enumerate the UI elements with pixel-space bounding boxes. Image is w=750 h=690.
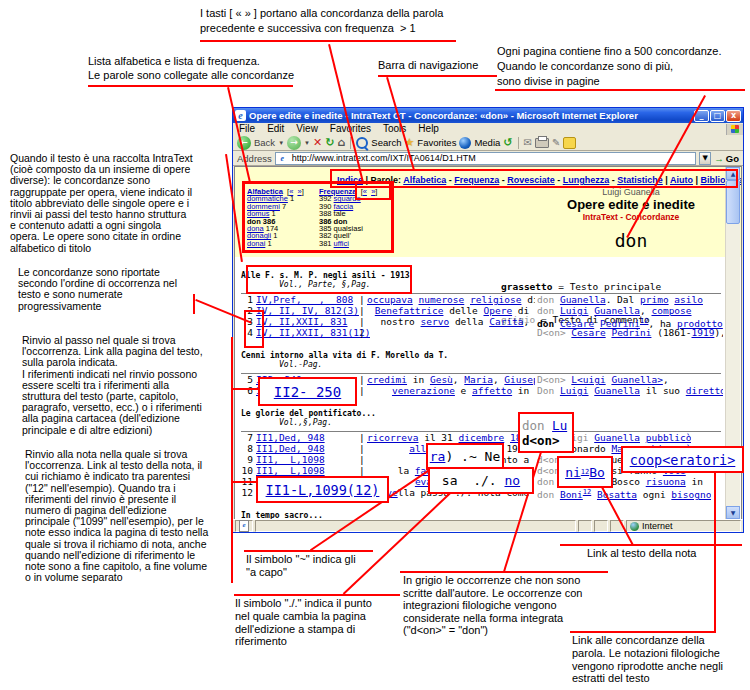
passage-ref-link[interactable]: IV, II, IV, 812(3): [256, 305, 370, 316]
row-number: 1: [241, 294, 253, 305]
link[interactable]: compose: [651, 305, 691, 316]
link[interactable]: Pedrini: [611, 327, 651, 338]
refresh-icon[interactable]: ↻: [325, 136, 334, 150]
link[interactable]: primo: [640, 294, 669, 305]
annotation-order: Le concordanze sono riportate secondo l'…: [18, 267, 177, 312]
link[interactable]: direttore: [686, 385, 723, 396]
passage-ref-link[interactable]: IV, II,XXII, 831(12): [256, 327, 370, 338]
link[interactable]: L<uigi: [571, 374, 605, 385]
menu-view[interactable]: View: [290, 123, 324, 134]
coop-link[interactable]: coop<eratori>: [630, 452, 736, 468]
forward-icon[interactable]: →: [287, 136, 301, 150]
text: (1861-: [651, 327, 691, 338]
link[interactable]: servo: [421, 316, 450, 327]
search-icon[interactable]: [356, 137, 368, 149]
media-icon[interactable]: [459, 137, 471, 149]
back-label: Back: [254, 136, 275, 150]
link[interactable]: Benefattrice: [375, 305, 444, 316]
connector-passage-h: [231, 388, 259, 390]
link[interactable]: religiose: [470, 294, 521, 305]
passage-ref-link[interactable]: IV, II,XXII, 831: [256, 316, 370, 327]
maximize-button[interactable]: □: [710, 110, 725, 122]
link[interactable]: no: [504, 473, 520, 488]
title-bar[interactable]: e Opere edite e inedite - IntraText CT -…: [233, 108, 743, 123]
print-icon[interactable]: [535, 138, 549, 148]
link[interactable]: Guanella: [594, 305, 640, 316]
link[interactable]: Guanella: [594, 432, 640, 443]
scroll-down-icon[interactable]: ▼: [726, 506, 740, 519]
ref-page-link[interactable]: II2- 250: [274, 384, 341, 400]
go-arrow-icon: →: [714, 153, 724, 165]
annotation-note-ref: Rinvio alla nota nella quale si trova l'…: [25, 449, 208, 583]
link[interactable]: pubblicò: [646, 432, 692, 443]
address-dropdown-icon[interactable]: ▼: [699, 152, 711, 165]
connector-note-h: [231, 481, 258, 483]
link[interactable]: Giuseppe: [504, 374, 535, 385]
link[interactable]: credimi: [367, 374, 407, 385]
history-icon[interactable]: ↺: [503, 136, 512, 150]
text: in: [407, 374, 430, 385]
address-input[interactable]: e http://www.intratext.com/IXT/ITA0614/D…: [275, 152, 696, 165]
close-button[interactable]: x: [726, 110, 741, 122]
passage-ref-link[interactable]: II1,Ded, 948: [256, 432, 370, 443]
link[interactable]: Gesù: [430, 374, 453, 385]
keyword: Don: [537, 385, 554, 396]
link[interactable]: risuona: [646, 476, 686, 487]
link[interactable]: Guanella: [594, 385, 640, 396]
mail-icon[interactable]: ✉: [524, 136, 532, 150]
stop-icon[interactable]: ✕: [313, 136, 322, 150]
link[interactable]: asilo: [674, 294, 703, 305]
menu-help[interactable]: Help: [412, 123, 445, 134]
link[interactable]: Opere: [484, 305, 513, 316]
link[interactable]: 12: [583, 488, 591, 496]
passage-ref-link[interactable]: IV,Pref, , 808: [256, 294, 370, 305]
link[interactable]: Cesare: [571, 327, 605, 338]
home-icon[interactable]: ⌂: [337, 136, 345, 150]
separator: |: [359, 385, 365, 396]
author-name: Luigi Guanella: [521, 187, 741, 197]
text: delle: [443, 305, 483, 316]
link[interactable]: numerose: [419, 294, 465, 305]
link[interactable]: Guanella>: [611, 374, 662, 385]
messenger-icon[interactable]: [563, 137, 576, 149]
separator: |: [359, 294, 365, 305]
keyword-and-context: don Boni12 Bosatta ogni bisogno: [537, 487, 711, 500]
link[interactable]: Luigi: [560, 385, 589, 396]
link[interactable]: affetto: [472, 385, 512, 396]
go-button[interactable]: →Go: [714, 153, 739, 165]
toolbar: ← Back ▼ → ▼ ✕ ↻ ⌂ Search ★ Favorites Me…: [233, 135, 743, 151]
link[interactable]: 12: [581, 468, 589, 476]
current-word: don: [521, 231, 741, 251]
link[interactable]: ni: [565, 465, 581, 480]
link[interactable]: occupava: [367, 294, 413, 305]
passage-ref-link[interactable]: II1, L,1098: [256, 465, 370, 476]
edit-icon[interactable]: ✎: [552, 136, 560, 150]
text: ,: [493, 374, 504, 385]
link[interactable]: dicembre: [459, 432, 505, 443]
menu-edit[interactable]: Edit: [261, 123, 290, 134]
link[interactable]: bisogno: [671, 489, 711, 500]
link[interactable]: 1919: [692, 327, 715, 338]
annotation-word-links: Link alle concordanze della parola. Le n…: [572, 634, 723, 685]
back-dropdown-icon[interactable]: ▼: [278, 136, 284, 150]
link[interactable]: ricorreva: [367, 432, 418, 443]
link[interactable]: Boni: [560, 489, 583, 500]
note-ref-link[interactable]: II1-L,1099(12): [266, 482, 380, 498]
keyword-and-context: D<on> Cesare Pedrini (1861-1919),: [537, 327, 723, 338]
passage-ref-link[interactable]: II1,Ded, 948: [256, 443, 370, 454]
link[interactable]: venerazione: [392, 385, 455, 396]
menu-tools[interactable]: Tools: [377, 123, 412, 134]
concordance-row: 1IV,Pref, , 808|occupava numerose religi…: [241, 294, 723, 305]
passage-ref-link[interactable]: II1, L,1098: [256, 454, 370, 465]
forward-dropdown-icon[interactable]: ▼: [304, 136, 310, 150]
link[interactable]: Bo: [589, 465, 605, 480]
link[interactable]: Maria: [464, 374, 493, 385]
link[interactable]: Carità: [489, 316, 523, 327]
link[interactable]: ra: [430, 449, 446, 464]
row-number: 5: [241, 374, 253, 385]
highlight-row-numbers: [244, 310, 264, 348]
link[interactable]: Luigi: [560, 305, 589, 316]
separator: |: [359, 432, 365, 443]
link[interactable]: Guanella: [560, 294, 606, 305]
link[interactable]: Lu: [552, 418, 567, 433]
